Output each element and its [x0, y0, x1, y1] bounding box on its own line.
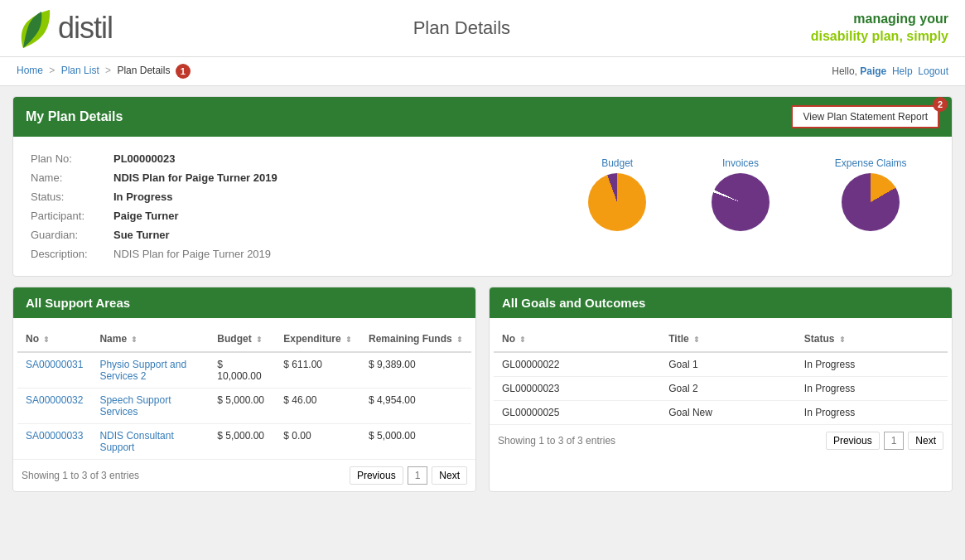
logo: distil — [17, 8, 113, 48]
plan-name-label: Name: — [26, 168, 109, 187]
table-row: SA00000031 Physio Support and Services 2… — [17, 352, 471, 389]
goals-page-num: 1 — [884, 432, 905, 450]
plan-status-value: In Progress — [109, 187, 528, 206]
chart-budget-label: Budget — [588, 157, 646, 169]
table-row: SA00000032 Speech Support Services $ 5,0… — [17, 389, 471, 424]
breadcrumb-badge: 1 — [176, 64, 191, 79]
tagline-line1: managing your — [811, 11, 948, 28]
plan-section-header: My Plan Details View Plan Statement Repo… — [13, 97, 952, 137]
logo-icon — [17, 8, 51, 48]
cell-expenditure: $ 0.00 — [275, 424, 360, 460]
invoices-pie-chart — [712, 173, 770, 231]
chart-expense: Expense Claims — [835, 157, 907, 234]
cell-no: SA00000033 — [17, 424, 91, 460]
cell-budget: $ 10,000.00 — [209, 352, 275, 389]
tagline-accent: simply — [903, 29, 948, 43]
breadcrumb-home[interactable]: Home — [17, 65, 43, 76]
table-row: GL00000022 Goal 1 In Progress — [494, 352, 948, 377]
cell-remaining: $ 4,954.00 — [360, 389, 471, 424]
cell-name: Speech Support Services — [91, 389, 209, 424]
col-expenditure[interactable]: Expenditure ⇕ — [275, 326, 360, 352]
cell-no: SA00000031 — [17, 352, 91, 389]
col-name[interactable]: Name ⇕ — [91, 326, 209, 352]
gcell-no: GL00000023 — [494, 377, 660, 401]
gcell-status: In Progress — [796, 401, 948, 425]
support-section-header: All Support Areas — [13, 287, 475, 318]
greeting-text: Hello, — [832, 65, 860, 77]
cell-budget: $ 5,000.00 — [209, 389, 275, 424]
goals-next-button[interactable]: Next — [908, 432, 943, 450]
logout-link[interactable]: Logout — [918, 65, 948, 77]
table-row: GL00000025 Goal New In Progress — [494, 401, 948, 425]
help-link[interactable]: Help — [892, 65, 913, 77]
support-pagination-controls: Previous 1 Next — [350, 466, 467, 485]
plan-field-no: Plan No: PL00000023 — [26, 149, 528, 168]
table-row: GL00000023 Goal 2 In Progress — [494, 377, 948, 401]
view-report-button[interactable]: View Plan Statement Report — [791, 105, 939, 128]
cell-expenditure: $ 611.00 — [275, 352, 360, 389]
goals-table-header-row: No ⇕ Title ⇕ Status ⇕ — [494, 326, 948, 352]
page-title: Plan Details — [413, 17, 510, 39]
plan-info: Plan No: PL00000023 Name: NDIS Plan for … — [26, 149, 528, 263]
goals-prev-button[interactable]: Previous — [826, 432, 880, 450]
expense-pie-chart — [842, 173, 900, 231]
support-table-wrapper: No ⇕ Name ⇕ Budget ⇕ Expenditure ⇕ Remai… — [13, 326, 475, 459]
plan-name-value: NDIS Plan for Paige Turner 2019 — [109, 168, 528, 187]
goals-showing-text: Showing 1 to 3 of 3 entries — [498, 435, 615, 447]
plan-field-description: Description: NDIS Plan for Paige Turner … — [26, 244, 528, 263]
plan-participant-label: Participant: — [26, 206, 109, 225]
support-next-button[interactable]: Next — [432, 466, 467, 485]
col-budget[interactable]: Budget ⇕ — [209, 326, 275, 352]
goals-section-title: All Goals and Outcomes — [502, 296, 939, 310]
gcol-no[interactable]: No ⇕ — [494, 326, 660, 352]
col-remaining[interactable]: Remaining Funds ⇕ — [360, 326, 471, 352]
plan-body: Plan No: PL00000023 Name: NDIS Plan for … — [13, 137, 952, 276]
support-pagination: Showing 1 to 3 of 3 entries Previous 1 N… — [13, 459, 475, 491]
plan-section-title: My Plan Details — [26, 109, 123, 124]
gcell-title: Goal 2 — [660, 377, 796, 401]
chart-invoices-label: Invoices — [712, 157, 770, 169]
chart-invoices: Invoices — [712, 157, 770, 234]
budget-pie-chart — [588, 173, 646, 231]
chart-expense-label: Expense Claims — [835, 157, 907, 169]
tagline: managing your disability plan, simply — [811, 11, 948, 46]
view-report-badge: 2 — [933, 97, 948, 112]
cell-no: SA00000032 — [17, 389, 91, 424]
plan-status-label: Status: — [26, 187, 109, 206]
table-row: SA00000033 NDIS Consultant Support $ 5,0… — [17, 424, 471, 460]
goals-section: All Goals and Outcomes No ⇕ Title ⇕ Stat… — [489, 287, 953, 492]
plan-charts: Budget Invoices Expense Claims — [556, 149, 939, 263]
bottom-sections: All Support Areas No ⇕ Name ⇕ Budget ⇕ E… — [12, 287, 953, 492]
breadcrumb-plan-list[interactable]: Plan List — [61, 65, 99, 76]
gcell-status: In Progress — [796, 352, 948, 377]
cell-remaining: $ 5,000.00 — [360, 424, 471, 460]
breadcrumb: Home > Plan List > Plan Details 1 — [17, 64, 191, 79]
plan-description-value: NDIS Plan for Paige Turner 2019 — [109, 244, 528, 263]
gcol-title[interactable]: Title ⇕ — [660, 326, 796, 352]
plan-details-section: My Plan Details View Plan Statement Repo… — [12, 96, 953, 277]
tagline-normal: disability plan, — [811, 29, 903, 43]
cell-remaining: $ 9,389.00 — [360, 352, 471, 389]
support-table: No ⇕ Name ⇕ Budget ⇕ Expenditure ⇕ Remai… — [17, 326, 471, 459]
plan-field-guardian: Guardian: Sue Turner — [26, 225, 528, 244]
goals-table-wrapper: No ⇕ Title ⇕ Status ⇕ GL00000022 Goal 1 … — [490, 326, 952, 424]
username-link[interactable]: Paige — [860, 65, 886, 77]
support-page-num: 1 — [408, 466, 428, 485]
plan-no-value: PL00000023 — [109, 149, 528, 168]
cell-name: NDIS Consultant Support — [91, 424, 209, 460]
cell-name: Physio Support and Services 2 — [91, 352, 209, 389]
plan-field-participant: Participant: Paige Turner — [26, 206, 528, 225]
cell-budget: $ 5,000.00 — [209, 424, 275, 460]
plan-field-name: Name: NDIS Plan for Paige Turner 2019 — [26, 168, 528, 187]
user-nav: Hello, Paige Help Logout — [832, 65, 948, 77]
plan-field-status: Status: In Progress — [26, 187, 528, 206]
plan-guardian-label: Guardian: — [26, 225, 109, 244]
tagline-line2: disability plan, simply — [811, 28, 948, 46]
support-prev-button[interactable]: Previous — [350, 466, 403, 485]
plan-guardian-value: Sue Turner — [109, 225, 528, 244]
col-no[interactable]: No ⇕ — [17, 326, 91, 352]
gcol-status[interactable]: Status ⇕ — [796, 326, 948, 352]
gcell-title: Goal New — [660, 401, 796, 425]
support-table-header-row: No ⇕ Name ⇕ Budget ⇕ Expenditure ⇕ Remai… — [17, 326, 471, 352]
plan-description-label: Description: — [26, 244, 109, 263]
